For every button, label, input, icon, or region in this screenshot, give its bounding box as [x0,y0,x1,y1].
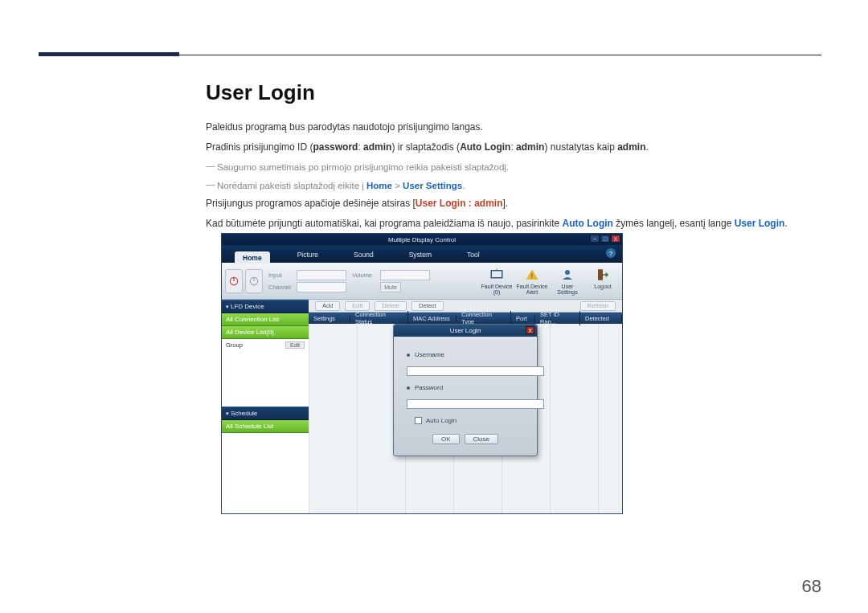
help-icon[interactable]: ? [606,248,616,258]
sidebar-head-lfd[interactable]: LFD Device [222,300,309,313]
delete-button[interactable]: Delete [375,301,407,311]
detect-button[interactable]: Detect [411,301,444,311]
dialog-close-icon[interactable]: X [526,326,534,334]
tab-sound[interactable]: Sound [346,248,382,260]
close-button[interactable]: Close [465,434,498,444]
sidebar-group-area: Group Edit [222,339,309,407]
volume-label: Volume [352,272,378,279]
window-titlebar: Multiple Display Control − □ X [222,234,622,245]
tab-picture[interactable]: Picture [289,248,326,260]
svg-text:!: ! [531,272,533,280]
input-select[interactable] [297,270,346,280]
minimize-icon[interactable]: − [590,235,600,243]
sidebar: LFD Device All Connection List All Devic… [222,300,309,513]
sidebar-item-all-schedule[interactable]: All Schedule List [222,420,309,433]
tab-tool[interactable]: Tool [459,248,488,260]
page-number: 68 [802,576,821,597]
add-button[interactable]: Add [315,301,340,311]
data-grid: User Login X Username Password Auto Logi… [309,324,622,513]
refresh-button[interactable]: Refresh [580,301,616,311]
edit-button[interactable]: Edit [345,301,370,311]
svg-point-6 [565,270,570,275]
edit-group-button[interactable]: Edit [285,341,305,349]
username-label: Username [415,351,444,358]
close-icon[interactable]: X [611,235,620,243]
login-dialog-title: User Login X [394,325,537,337]
embedded-screenshot: Multiple Display Control − □ X Home Pict… [221,233,623,514]
channel-select[interactable] [297,282,346,292]
svg-rect-4 [491,271,502,278]
paragraph: Kad būtumėte prijungti automatiškai, kai… [206,216,821,231]
toolbar: Input Channel Volume Mute Fault Device (… [222,263,622,300]
user-settings-button[interactable]: User Settings [551,267,583,295]
paragraph: Pradinis prisijungimo ID (password: admi… [206,140,821,155]
fault-device-button[interactable]: Fault Device (0) [481,267,513,295]
auto-login-label: Auto Login [426,417,457,424]
ok-button[interactable]: OK [432,434,460,444]
login-dialog: User Login X Username Password Auto Logi… [393,324,538,456]
paragraph: Prisijungus programos apačioje dešinėje … [206,196,821,211]
menu-bar: Home Picture Sound System Tool ? [222,245,622,263]
dash-note: Saugumo sumetimais po pirmojo prisijungi… [217,160,821,174]
page-heading: User Login [206,80,821,105]
tab-system[interactable]: System [401,248,440,260]
sidebar-head-schedule[interactable]: Schedule [222,407,309,420]
sidebar-item-all-connection[interactable]: All Connection List [222,313,309,326]
maximize-icon[interactable]: □ [600,235,610,243]
svg-rect-7 [598,269,603,280]
username-input[interactable] [407,366,544,376]
channel-label: Channel [268,284,294,291]
tab-home[interactable]: Home [235,251,270,264]
password-input[interactable] [407,399,544,409]
input-label: Input [268,272,294,279]
fault-alert-button[interactable]: !Fault Device Alert [516,267,548,295]
volume-select[interactable] [380,270,430,280]
dash-note: Norėdami pakeisti slaptažodį eikite į Ho… [217,178,821,193]
sidebar-item-all-device[interactable]: All Device List(0) [222,326,309,339]
window-title: Multiple Display Control [388,236,456,243]
table-header: Settings Connection Status MAC Address C… [309,313,622,324]
auto-login-checkbox[interactable] [415,417,422,424]
password-label: Password [415,384,443,391]
power-off-button[interactable] [245,269,263,293]
logout-button[interactable]: Logout [587,267,619,295]
power-on-button[interactable] [225,269,243,293]
mute-button[interactable]: Mute [380,282,401,292]
paragraph: Paleidus programą bus parodytas naudotoj… [206,120,821,135]
